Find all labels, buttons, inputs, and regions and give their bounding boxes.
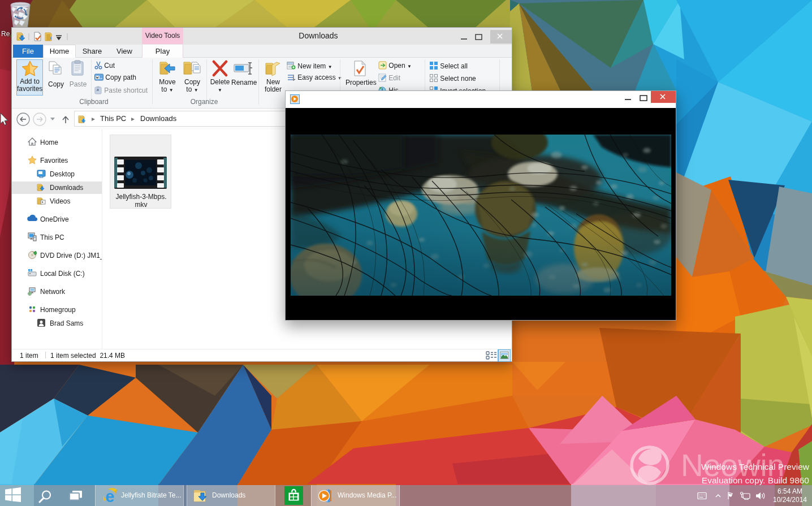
svg-text:Neowin: Neowin xyxy=(681,448,784,483)
